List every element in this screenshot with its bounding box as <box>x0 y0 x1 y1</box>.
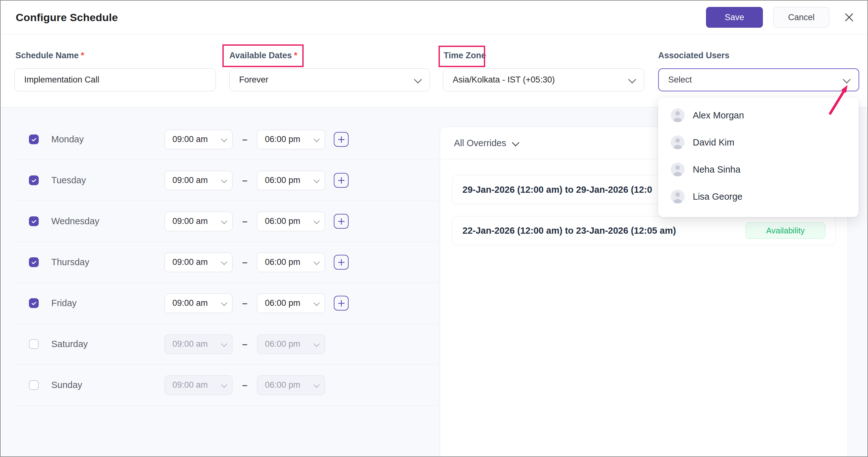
associated-users-dropdown: Alex Morgan David Kim Neha Sinha Lisa Ge… <box>658 97 859 217</box>
day-checkbox[interactable] <box>29 257 39 267</box>
start-time-select[interactable]: 09:00 am <box>164 130 232 149</box>
add-time-slot-button[interactable] <box>334 255 349 269</box>
start-time-value: 09:00 am <box>173 298 208 308</box>
end-time-value: 06:00 pm <box>265 217 301 226</box>
weekly-hours-list: Monday 09:00 am – 06:00 pm Tuesday 09:00… <box>14 119 438 406</box>
end-time-value: 06:00 pm <box>265 380 301 390</box>
time-range-dash: – <box>238 216 252 227</box>
top-bar: Configure Schedule Save Cancel <box>1 1 867 34</box>
chevron-down-icon <box>221 381 227 388</box>
day-row-monday: Monday 09:00 am – 06:00 pm <box>14 119 438 160</box>
page-title: Configure Schedule <box>16 11 118 24</box>
save-button[interactable]: Save <box>706 7 763 28</box>
start-time-select[interactable]: 09:00 am <box>164 171 232 190</box>
availability-badge: Availability <box>746 222 825 239</box>
time-zone-label-text: Time Zone <box>443 51 486 60</box>
user-avatar-icon <box>671 163 685 176</box>
end-time-select[interactable]: 06:00 pm <box>257 335 325 354</box>
chevron-down-icon <box>221 259 227 265</box>
chevron-down-icon <box>314 299 320 306</box>
end-time-select[interactable]: 06:00 pm <box>257 253 325 272</box>
user-option-neha-sinha[interactable]: Neha Sinha <box>658 156 859 183</box>
cancel-button[interactable]: Cancel <box>773 7 829 28</box>
start-time-value: 09:00 am <box>173 380 208 390</box>
start-time-select[interactable]: 09:00 am <box>164 375 232 395</box>
day-label: Thursday <box>51 257 164 267</box>
end-time-select[interactable]: 06:00 pm <box>257 212 325 231</box>
available-dates-value: Forever <box>239 75 268 85</box>
add-time-slot-button[interactable] <box>334 132 349 147</box>
schedule-name-input[interactable]: Implementation Call <box>14 68 216 91</box>
required-asterisk: * <box>294 51 298 60</box>
user-option-david-kim[interactable]: David Kim <box>658 129 859 156</box>
day-label: Friday <box>51 298 164 308</box>
start-time-value: 09:00 am <box>173 217 208 226</box>
start-time-select[interactable]: 09:00 am <box>164 212 232 231</box>
available-dates-select[interactable]: Forever <box>229 68 430 91</box>
configure-schedule-window: Configure Schedule Save Cancel Schedule … <box>0 0 868 457</box>
day-row-wednesday: Wednesday 09:00 am – 06:00 pm <box>14 201 438 242</box>
end-time-value: 06:00 pm <box>265 339 301 349</box>
override-item[interactable]: 22-Jan-2026 (12:00 am) to 23-Jan-2026 (1… <box>452 216 836 245</box>
end-time-select[interactable]: 06:00 pm <box>257 293 325 313</box>
chevron-down-icon <box>314 177 320 183</box>
user-option-alex-morgan[interactable]: Alex Morgan <box>658 102 859 129</box>
time-range-dash: – <box>238 257 252 268</box>
chevron-down-icon <box>314 218 320 224</box>
associated-users-label: Associated Users <box>658 51 730 60</box>
chevron-down-icon <box>628 75 636 83</box>
associated-users-value: Select <box>668 75 692 85</box>
end-time-value: 06:00 pm <box>265 257 301 267</box>
chevron-down-icon <box>221 136 227 142</box>
start-time-select[interactable]: 09:00 am <box>164 253 232 272</box>
day-row-friday: Friday 09:00 am – 06:00 pm <box>14 283 438 324</box>
end-time-value: 06:00 pm <box>265 135 301 144</box>
end-time-select[interactable]: 06:00 pm <box>257 130 325 149</box>
day-checkbox[interactable] <box>29 135 39 144</box>
day-checkbox[interactable] <box>29 175 39 185</box>
add-time-slot-button[interactable] <box>334 296 349 311</box>
schedule-name-value: Implementation Call <box>24 75 99 85</box>
time-range-dash: – <box>238 175 252 186</box>
time-zone-select[interactable]: Asia/Kolkata - IST (+05:30) <box>443 68 644 91</box>
chevron-down-icon <box>512 139 519 146</box>
start-time-select[interactable]: 09:00 am <box>164 335 232 354</box>
user-name: Lisa George <box>693 192 742 202</box>
day-row-tuesday: Tuesday 09:00 am – 06:00 pm <box>14 160 438 201</box>
available-dates-label-text: Available Dates <box>229 51 292 60</box>
chevron-down-icon <box>414 75 422 83</box>
add-time-slot-button[interactable] <box>334 214 349 229</box>
time-range-dash: – <box>238 134 252 145</box>
day-checkbox[interactable] <box>29 298 39 308</box>
day-checkbox[interactable] <box>29 380 39 390</box>
start-time-value: 09:00 am <box>173 257 208 267</box>
user-name: Alex Morgan <box>693 110 744 121</box>
associated-users-label-text: Associated Users <box>658 51 730 60</box>
start-time-select[interactable]: 09:00 am <box>164 293 232 313</box>
close-icon[interactable] <box>842 10 856 24</box>
day-row-thursday: Thursday 09:00 am – 06:00 pm <box>14 242 438 283</box>
start-time-value: 09:00 am <box>173 175 208 185</box>
chevron-down-icon <box>314 340 320 347</box>
day-checkbox[interactable] <box>29 217 39 226</box>
day-label: Saturday <box>51 339 164 349</box>
add-time-slot-button[interactable] <box>334 173 349 188</box>
end-time-select[interactable]: 06:00 pm <box>257 375 325 395</box>
user-avatar-icon <box>671 136 685 149</box>
end-time-value: 06:00 pm <box>265 175 301 185</box>
available-dates-label: Available Dates* <box>229 51 297 60</box>
override-date-range: 29-Jan-2026 (12:00 am) to 29-Jan-2026 (1… <box>462 184 652 195</box>
required-asterisk: * <box>81 51 84 60</box>
day-checkbox[interactable] <box>29 339 39 349</box>
chevron-down-icon <box>221 299 227 306</box>
chevron-down-icon <box>221 177 227 183</box>
time-range-dash: – <box>238 339 252 350</box>
time-range-dash: – <box>238 298 252 309</box>
chevron-down-icon <box>843 75 851 83</box>
day-label: Sunday <box>51 380 164 390</box>
schedule-name-label-text: Schedule Name <box>16 51 79 60</box>
chevron-down-icon <box>314 259 320 265</box>
user-option-lisa-george[interactable]: Lisa George <box>658 183 859 210</box>
end-time-select[interactable]: 06:00 pm <box>257 171 325 190</box>
associated-users-select[interactable]: Select <box>658 68 859 91</box>
